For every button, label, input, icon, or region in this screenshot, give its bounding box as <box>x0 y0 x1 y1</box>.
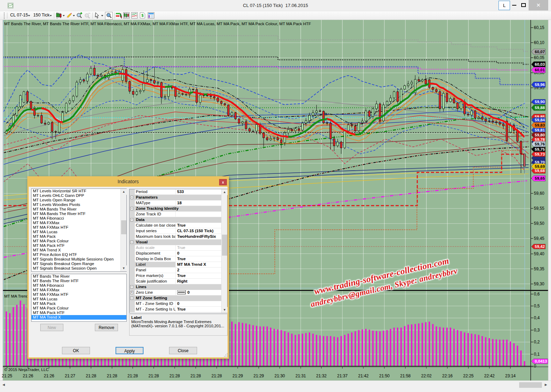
svg-text:59,78: 59,78 <box>535 137 545 142</box>
svg-text:21:28: 21:28 <box>86 373 96 378</box>
svg-text:59,90: 59,90 <box>535 100 545 104</box>
svg-text:60,10: 60,10 <box>534 40 544 45</box>
svg-text:MT MA Trend: MT MA Trend <box>4 294 28 298</box>
svg-text:59,75: 59,75 <box>535 147 545 151</box>
svg-text:21:29: 21:29 <box>232 373 243 378</box>
svg-text:21:42: 21:42 <box>358 373 369 378</box>
svg-text:0,0413: 0,0413 <box>535 359 547 363</box>
svg-text:59,69: 59,69 <box>535 164 545 169</box>
svg-text:23:14: 23:14 <box>505 373 516 378</box>
svg-text:21:28: 21:28 <box>190 373 201 378</box>
svg-text:21:28: 21:28 <box>148 373 159 378</box>
svg-text:21:37: 21:37 <box>337 373 348 378</box>
svg-text:21:31: 21:31 <box>295 373 306 378</box>
svg-text:59,73: 59,73 <box>535 152 545 156</box>
svg-text:21:28: 21:28 <box>169 373 180 378</box>
svg-text:0: 0 <box>534 364 536 369</box>
svg-text:59,76: 59,76 <box>535 142 545 146</box>
svg-text:59,88: 59,88 <box>535 106 545 110</box>
svg-text:21:58: 21:58 <box>400 373 411 378</box>
svg-text:21:26: 21:26 <box>44 373 54 378</box>
svg-text:59,55: 59,55 <box>534 206 544 211</box>
svg-text:MT Bands The River, MT Bands T: MT Bands The River, MT Bands The River H… <box>4 22 311 26</box>
svg-text:59,50: 59,50 <box>534 221 544 226</box>
svg-text:59,81: 59,81 <box>535 128 545 132</box>
svg-text:60,15: 60,15 <box>534 25 544 30</box>
svg-text:0,3: 0,3 <box>534 328 540 333</box>
svg-text:22:42: 22:42 <box>484 373 495 378</box>
svg-text:60,07: 60,07 <box>535 50 545 54</box>
svg-text:21:28: 21:28 <box>211 373 222 378</box>
svg-text:22:16: 22:16 <box>442 373 453 378</box>
svg-text:21:28: 21:28 <box>107 373 117 378</box>
svg-text:59,60: 59,60 <box>534 191 544 196</box>
svg-text:59,40: 59,40 <box>534 251 544 256</box>
svg-text:59,42: 59,42 <box>535 244 545 249</box>
svg-text:22:02: 22:02 <box>421 373 432 378</box>
svg-text:0,2: 0,2 <box>534 340 540 344</box>
svg-text:60,05: 60,05 <box>534 55 544 60</box>
svg-text:0,4: 0,4 <box>534 315 540 320</box>
svg-text:59,35: 59,35 <box>534 266 544 271</box>
svg-text:59,83: 59,83 <box>535 123 545 127</box>
svg-text:59,96: 59,96 <box>535 83 545 87</box>
svg-text:$: $ <box>141 13 144 17</box>
svg-text:0,1: 0,1 <box>534 352 540 357</box>
svg-text:0,5: 0,5 <box>534 304 540 308</box>
svg-text:60,01: 60,01 <box>535 68 545 72</box>
svg-text:21:27: 21:27 <box>65 373 75 378</box>
svg-text:© 2015 NinjaTrader, LLC: © 2015 NinjaTrader, LLC <box>4 368 49 372</box>
svg-text:59,80: 59,80 <box>535 133 545 137</box>
svg-text:59,65: 59,65 <box>535 176 545 180</box>
svg-text:22:25: 22:25 <box>463 373 474 378</box>
svg-text:21:26: 21:26 <box>23 373 33 378</box>
svg-text:21:50: 21:50 <box>379 373 390 378</box>
svg-text:59,45: 59,45 <box>534 236 544 241</box>
svg-text:0,6: 0,6 <box>534 292 540 297</box>
svg-text:59,84: 59,84 <box>535 118 545 122</box>
svg-text:59,30: 59,30 <box>534 281 544 286</box>
svg-text:21:32: 21:32 <box>316 373 327 378</box>
svg-text:21:28: 21:28 <box>127 373 138 378</box>
svg-text:21:29: 21:29 <box>253 373 264 378</box>
svg-text:21:25: 21:25 <box>2 373 12 378</box>
svg-text:60,03: 60,03 <box>535 62 545 66</box>
svg-text:21:30: 21:30 <box>274 373 285 378</box>
